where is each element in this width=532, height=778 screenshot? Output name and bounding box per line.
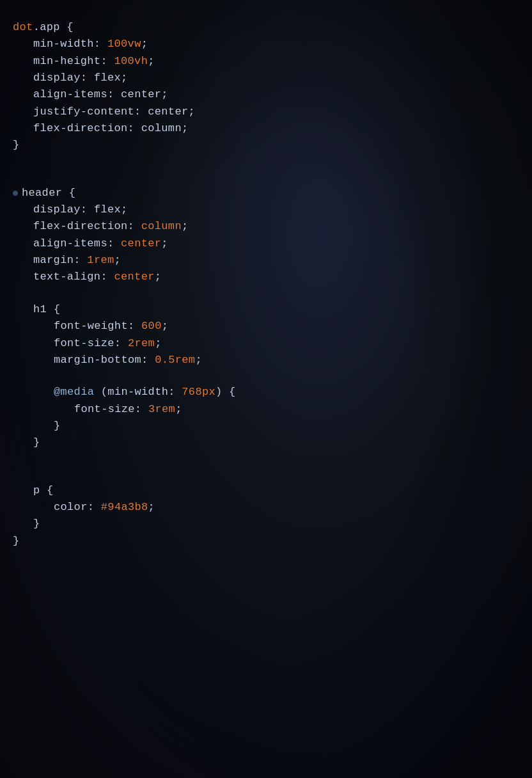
code-token: ; [161,86,168,103]
code-line: min-width: 100vw; [13,36,532,52]
code-token: dot [13,19,33,36]
code-token: margin: [33,252,87,269]
code-line: } [13,516,532,532]
code-token: flex [94,202,121,218]
code-token: color: [54,499,101,516]
code-line: dot.app { [13,19,532,36]
code-token: ; [162,318,169,335]
code-token: { [47,482,54,499]
code-token: 600 [141,318,162,335]
code-token: ) { [215,384,236,401]
code-line: text-align: center; [13,269,532,285]
code-token: } [13,137,20,154]
code-token: ; [114,252,121,269]
code-token: ; [188,104,195,120]
code-token: } [13,533,20,550]
code-token: ; [161,235,168,252]
code-token: 100vh [114,53,148,70]
code-token: 3rem [148,401,175,418]
code-line: flex-direction: column; [13,120,532,137]
code-token: (min-width: [101,384,182,401]
code-token: flex-direction: [33,120,141,137]
code-token: .app [33,19,67,36]
code-token: font-size: [54,335,128,352]
code-token: } [54,418,61,434]
code-block: dot.app {min-width: 100vw;min-height: 10… [13,19,532,550]
code-editor-screen: dot.app {min-width: 100vw;min-height: 10… [0,0,532,778]
code-token: ; [148,53,155,70]
blank-line [13,452,532,467]
code-token: 2rem [128,335,155,352]
code-token: flex-direction: [33,218,141,235]
code-token: ; [155,269,162,285]
code-token: center [121,86,161,103]
code-token: 100vw [107,36,141,52]
code-token: center [121,235,161,252]
code-token: center [114,269,155,285]
code-token: } [33,434,40,451]
code-token: 0.5rem [155,352,195,369]
code-line: @media (min-width: 768px) { [13,384,532,401]
code-token: #94a3b8 [101,499,148,516]
code-token: column [141,218,182,235]
code-token: min-width: [33,36,107,52]
code-token: ; [155,335,162,352]
blank-line [13,369,532,384]
blank-line [13,170,532,185]
code-line: min-height: 100vh; [13,53,532,70]
code-token: ; [121,202,128,218]
blank-line [13,467,532,482]
code-line: font-weight: 600; [13,318,532,335]
code-line: flex-direction: column; [13,218,532,235]
code-token: ; [121,70,128,86]
code-token: header [22,185,69,202]
code-line: } [13,533,532,550]
code-token: { [54,301,61,318]
code-token: display: [33,202,94,218]
code-token: { [69,185,76,202]
code-token: column [141,120,182,137]
code-line: justify-content: center; [13,104,532,120]
code-token: ; [182,120,189,137]
code-line: } [13,418,532,434]
code-line: margin: 1rem; [13,252,532,269]
blank-line [13,286,532,301]
code-token: 1rem [87,252,114,269]
code-token: font-weight: [54,318,141,335]
code-line: color: #94a3b8; [13,499,532,516]
code-line: display: flex; [13,202,532,218]
code-line: h1 { [13,301,532,318]
code-line: margin-bottom: 0.5rem; [13,352,532,369]
code-token: text-align: [33,269,114,285]
code-token: @media [54,384,101,401]
code-token: align-items: [33,235,121,252]
code-line: font-size: 3rem; [13,401,532,418]
line-marker [13,191,18,196]
code-line: display: flex; [13,70,532,86]
code-token: font-size: [74,401,148,418]
code-line: font-size: 2rem; [13,335,532,352]
code-line: align-items: center; [13,86,532,103]
code-token: margin-bottom: [54,352,155,369]
code-token: flex [94,70,121,86]
code-token: center [148,104,188,120]
code-token: justify-content: [33,104,148,120]
code-token: ; [195,352,202,369]
code-line: header { [13,185,532,202]
code-token: align-items: [33,86,121,103]
code-token: p [33,482,47,499]
code-line: } [13,434,532,451]
code-token: display: [33,70,94,86]
code-token: h1 [33,301,54,318]
code-line: p { [13,482,532,499]
code-token: ; [175,401,182,418]
blank-line [13,154,532,170]
code-line: } [13,137,532,154]
code-token: ; [182,218,189,235]
code-token: } [33,516,40,532]
code-token: 768px [182,384,215,401]
code-token: ; [141,36,148,52]
code-token: min-height: [33,53,114,70]
code-token: { [66,19,74,36]
code-line: align-items: center; [13,235,532,252]
